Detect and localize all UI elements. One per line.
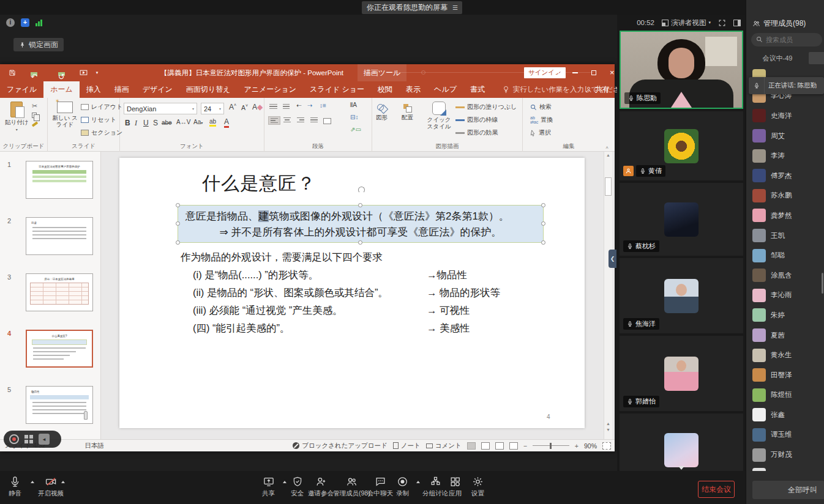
- fullscreen-icon[interactable]: [718, 19, 726, 27]
- line-spacing-icon[interactable]: ↕≡: [320, 102, 326, 109]
- ppt-tab-12[interactable]: 書式: [463, 81, 492, 98]
- tab-in-meeting[interactable]: 会议中-49: [746, 54, 809, 63]
- undo-icon[interactable]: ↶: [31, 72, 37, 76]
- resize-handle[interactable]: [358, 240, 362, 245]
- view-mode-button[interactable]: 演讲者视图 ▾: [662, 18, 711, 28]
- resize-handle[interactable]: [541, 221, 545, 226]
- columns-icon[interactable]: [323, 118, 331, 124]
- resize-handle[interactable]: [358, 203, 362, 207]
- font-name-select[interactable]: DengXian▾: [124, 103, 197, 114]
- collapse-ribbon-icon[interactable]: ˄: [605, 145, 609, 150]
- prev-slide-icon[interactable]: ▲: [604, 421, 612, 426]
- selected-textbox[interactable]: 意匠是指物品、建筑物或图像的外观设计（《意匠法》第2条第1款）。 ⇒ 并不是所有…: [178, 205, 544, 243]
- camera-options-caret[interactable]: [61, 481, 65, 483]
- side-panel-icon[interactable]: [733, 20, 741, 26]
- participant-row-傅罗杰[interactable]: 傅罗杰: [746, 166, 824, 186]
- close-icon[interactable]: ×: [610, 70, 615, 76]
- ppt-tab-11[interactable]: ヘルプ: [427, 81, 463, 98]
- slide-thumbnail-2[interactable]: 2目录: [0, 217, 100, 256]
- resize-handle[interactable]: [176, 240, 180, 245]
- font-color-icon[interactable]: A: [224, 117, 229, 128]
- mic-options-caret[interactable]: [31, 481, 34, 483]
- clear-format-icon[interactable]: A◆: [252, 103, 263, 111]
- zoom-level[interactable]: 90%: [584, 442, 597, 450]
- chat-button[interactable]: 会中聊天: [367, 476, 393, 498]
- record-options-caret[interactable]: [416, 481, 420, 483]
- shrink-font-icon[interactable]: A˅: [241, 103, 248, 111]
- text-direction-icon[interactable]: ⫴A: [350, 102, 357, 109]
- numbering-icon[interactable]: [283, 104, 290, 109]
- ppt-tab-5[interactable]: デザイン: [136, 81, 179, 98]
- breakout-button[interactable]: 分组讨论: [422, 476, 448, 498]
- fit-to-window-icon[interactable]: [602, 442, 611, 450]
- zoom-slider[interactable]: [533, 445, 569, 447]
- find-button[interactable]: 検索: [530, 103, 553, 111]
- members-button[interactable]: 管理成员(98): [333, 476, 370, 498]
- reset-button[interactable]: リセット: [81, 116, 122, 124]
- invite-button[interactable]: 邀请参会: [308, 476, 334, 498]
- copy-icon[interactable]: [32, 113, 37, 118]
- participant-row-陈煜恒[interactable]: 陈煜恒: [746, 385, 824, 406]
- share-options-caret[interactable]: [283, 481, 287, 483]
- ppt-tab-2[interactable]: ホーム: [43, 81, 80, 98]
- annotation-record-icon[interactable]: [9, 434, 19, 444]
- minimize-icon[interactable]: [572, 72, 578, 73]
- participant-row-万财茂[interactable]: 万财茂: [746, 445, 824, 465]
- camera-button[interactable]: 开启视频: [38, 476, 64, 498]
- video-tile-郭婧怡[interactable]: 郭婧怡: [620, 336, 743, 411]
- notes-button[interactable]: ノート: [393, 442, 421, 450]
- annotation-grid-icon[interactable]: [24, 435, 33, 443]
- participant-row-谭玉维[interactable]: 谭玉维: [746, 425, 824, 445]
- indent-decrease-icon[interactable]: ⇠: [296, 102, 301, 109]
- shape-effects-button[interactable]: 図形の効果: [455, 128, 517, 137]
- slide-thumbnail-5[interactable]: 5物品性: [0, 386, 100, 425]
- record-button[interactable]: 录制: [396, 476, 409, 498]
- mute-button[interactable]: 静音: [9, 476, 21, 498]
- ppt-share-button[interactable]: 共有: [585, 81, 610, 98]
- section-button[interactable]: セクション: [81, 128, 122, 137]
- shield-plus-icon[interactable]: +: [21, 18, 29, 27]
- ppt-tab-4[interactable]: 描画: [108, 81, 136, 98]
- participant-row[interactable]: [746, 465, 824, 471]
- quick-styles-button[interactable]: クイック スタイル: [426, 102, 452, 130]
- format-painter-icon[interactable]: [32, 121, 38, 127]
- bold-icon[interactable]: B: [125, 119, 130, 127]
- next-slide-icon[interactable]: ▼: [604, 428, 612, 432]
- slide-thumbnail-3[interactable]: 3序论：日本意匠法的概要: [0, 273, 100, 313]
- resize-handle[interactable]: [541, 203, 545, 207]
- zoom-in-icon[interactable]: +: [575, 442, 579, 450]
- align-right-icon[interactable]: [295, 116, 306, 124]
- slide-thumbnail-1[interactable]: 1日本意匠法对图形用户界面的保护: [0, 161, 100, 200]
- italic-icon[interactable]: I: [135, 119, 137, 128]
- shape-outline-button[interactable]: 図形の枠線: [455, 116, 517, 124]
- more-videos-icon[interactable]: [678, 466, 684, 470]
- settings-button[interactable]: 设置: [471, 476, 484, 498]
- zoom-out-icon[interactable]: −: [523, 442, 527, 450]
- resize-handle[interactable]: [176, 221, 180, 226]
- end-meeting-button[interactable]: 结束会议: [698, 481, 735, 498]
- ribbon-options-icon[interactable]: [553, 70, 559, 75]
- language-indicator[interactable]: 日本語: [84, 442, 104, 450]
- char-spacing-icon[interactable]: A↔V: [176, 119, 190, 125]
- participant-row-夏茜[interactable]: 夏茜: [746, 325, 824, 346]
- underline-icon[interactable]: U: [143, 119, 149, 127]
- apps-button[interactable]: 应用: [449, 476, 462, 498]
- participant-row-朱婷[interactable]: 朱婷: [746, 305, 824, 325]
- paste-button[interactable]: 貼り付け ▾: [5, 102, 28, 132]
- rotate-handle[interactable]: [358, 187, 365, 193]
- participant-row-周艾[interactable]: 周艾: [746, 126, 824, 146]
- video-tile-陈思勤[interactable]: 陈思勤: [620, 31, 743, 109]
- participant-row-史海洋[interactable]: 史海洋: [746, 106, 824, 126]
- slideshow-icon[interactable]: [80, 70, 88, 76]
- call-all-button[interactable]: 全部呼叫: [752, 481, 824, 499]
- participant-row-李涛[interactable]: 李涛: [746, 146, 824, 166]
- participant-row-苏永鹏[interactable]: 苏永鹏: [746, 186, 824, 206]
- arrange-button[interactable]: 配置: [402, 104, 413, 121]
- participant-row-王凯[interactable]: 王凯: [746, 226, 824, 246]
- change-case-icon[interactable]: Aa▾: [193, 119, 203, 125]
- video-tile-黄倩[interactable]: 黄倩: [620, 111, 743, 180]
- ppt-tab-9[interactable]: 校閲: [371, 81, 399, 98]
- align-text-icon[interactable]: ⊟↕: [350, 114, 358, 120]
- resize-handle[interactable]: [541, 240, 545, 245]
- bullets-icon[interactable]: [269, 104, 277, 109]
